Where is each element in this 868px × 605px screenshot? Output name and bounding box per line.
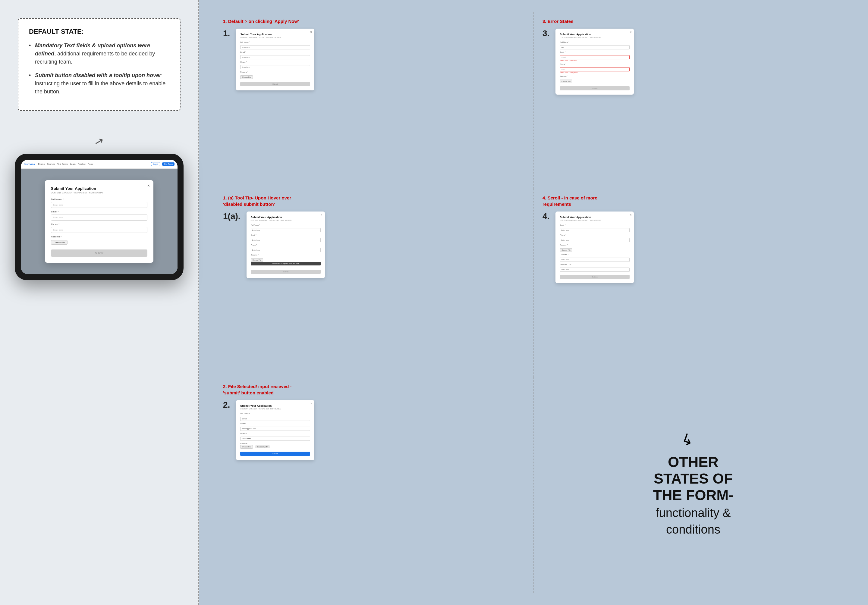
nav-learn: Learn [70, 163, 76, 165]
left-panel: DEFAULT STATE: Mandatory Text fields & u… [0, 0, 199, 605]
state-4-section: 4. Scroll - in case of more requirements… [533, 189, 853, 377]
s3-submit[interactable]: Submit [560, 86, 629, 90]
s3-email-error: Please enter a valid email [560, 60, 629, 62]
nav-practice: Practice [78, 163, 85, 165]
s1a-fullname[interactable] [251, 228, 321, 232]
s4-phone[interactable] [560, 238, 629, 242]
nav-right: Login Get Pass [151, 162, 175, 166]
s1-submit[interactable]: Submit [240, 82, 310, 86]
state-1-modal: × Submit Your Application CONTENT MANAGE… [236, 29, 315, 90]
s2-email[interactable] [240, 427, 310, 431]
email-input[interactable] [51, 215, 147, 221]
state-3-label: 3. Error States [542, 18, 627, 25]
annotation-bold-1: Mandatory Text fields & upload options w… [35, 42, 150, 57]
state-3-subtitle: CONTENT MANAGER · TET/JAC BET · NMH MUMB… [560, 36, 629, 38]
state-1-title: Submit Your Application [240, 33, 310, 36]
state-2-label: 2. File Selected/ input recieved - 'subm… [223, 383, 307, 396]
phone-label: Phone * [51, 223, 147, 226]
state-2-subtitle: CONTENT MANAGER · TET/JAC BET · NMH MUMB… [240, 408, 310, 410]
nav-test-series: Test Series [57, 163, 68, 165]
s1-phone[interactable] [240, 65, 310, 69]
modal-close-btn[interactable]: × [147, 183, 150, 188]
state-1-close[interactable]: × [310, 31, 312, 34]
s1-choose-file[interactable]: Choose File [240, 75, 253, 79]
nav-login-btn[interactable]: Login [151, 162, 160, 166]
state-3-section: 3. Error States 3. × Submit Your Applica… [533, 12, 853, 189]
annotation-box: DEFAULT STATE: Mandatory Text fields & u… [18, 18, 181, 111]
resume-label: Resume * [51, 235, 147, 238]
modal-overlay: × Submit Your Application CONTENT MANAGE… [21, 169, 178, 274]
nav-logo: testbook [24, 163, 35, 166]
state-3-close[interactable]: × [630, 31, 632, 34]
s2-submit[interactable]: Submit [240, 452, 310, 456]
state-4-number: 4. [542, 212, 549, 221]
state-4-close[interactable]: × [630, 213, 632, 217]
state-4-modal: × Submit Your Application CONTENT MANAGE… [555, 212, 634, 283]
choose-file-btn[interactable]: Choose File [51, 240, 68, 244]
right-panel: 1. Default > on clicking 'Apply Now' 1. … [199, 0, 868, 605]
email-label: Email * [51, 210, 147, 213]
submit-btn[interactable]: Submit [51, 249, 147, 257]
other-states-title: OTHERSTATES OFTHE FORM-functionality &co… [653, 454, 733, 537]
s1a-email[interactable] [251, 238, 321, 242]
tablet-content-area: × Submit Your Application CONTENT MANAGE… [21, 169, 178, 274]
s2-choose-file[interactable]: Choose File [240, 445, 253, 449]
state-1a-title: Submit Your Application [251, 216, 321, 219]
s4-choose-file[interactable]: Choose File [560, 248, 572, 252]
nav-exams: Exams [38, 163, 45, 165]
s4-submit[interactable]: Submit [560, 275, 629, 279]
annotation-bold-2: Submit button disabled with a tooltip up… [35, 72, 161, 78]
annotation-title: DEFAULT STATE: [29, 28, 169, 36]
tablet-nav: testbook Exams Courses Test Series Learn… [21, 160, 178, 169]
state-4-subtitle: CONTENT MANAGER · TET/JAC BET · NMH MUMB… [560, 219, 629, 221]
s3-choose-file[interactable]: Choose File [560, 79, 572, 83]
s1-email[interactable] [240, 55, 310, 59]
s3-phone-error: Please enter a valid phone [560, 72, 629, 74]
s1a-choose-file[interactable]: Choose File [251, 258, 263, 262]
arrow-decoration: ↗ [93, 134, 105, 149]
state-3-modal: × Submit Your Application CONTENT MANAGE… [555, 29, 634, 94]
state-1a-section: 1. (a) Tool Tip- Upon Hover over 'disabl… [214, 189, 533, 377]
phone-input[interactable] [51, 227, 147, 233]
annotation-item-2: Submit button disabled with a tooltip up… [29, 71, 169, 96]
tablet-screen: testbook Exams Courses Test Series Learn… [21, 160, 178, 274]
s4-expected-ctc[interactable] [560, 268, 629, 272]
fullname-input[interactable] [51, 202, 147, 208]
state-1-label: 1. Default > on clicking 'Apply Now' [223, 18, 307, 25]
s2-phone[interactable] [240, 436, 310, 441]
state-4-label: 4. Scroll - in case of more requirements [542, 195, 627, 207]
state-1a-subtitle: CONTENT MANAGER · TET/JAC BET · NMH MUMB… [251, 219, 321, 221]
state-1-number: 1. [223, 29, 230, 38]
annotation-item-1: Mandatory Text fields & upload options w… [29, 42, 169, 66]
nav-pass: Pass [88, 163, 93, 165]
state-4-title: Submit Your Application [560, 216, 629, 219]
main-modal: × Submit Your Application CONTENT MANAGE… [45, 180, 153, 263]
nav-apply-btn[interactable]: Get Pass [162, 162, 175, 166]
nav-courses: Courses [47, 163, 55, 165]
modal-title: Submit Your Application [51, 186, 147, 191]
state-1a-modal: × Submit Your Application CONTENT MANAGE… [246, 212, 325, 278]
s2-file-badge: document.pdf × [255, 445, 270, 448]
state-3-number: 3. [542, 29, 549, 38]
s3-phone[interactable] [560, 67, 629, 71]
s3-fullname[interactable] [560, 45, 629, 50]
state-1a-label: 1. (a) Tool Tip- Upon Hover over 'disabl… [223, 195, 307, 207]
state-3-title: Submit Your Application [560, 33, 629, 36]
s3-email[interactable] [560, 55, 629, 59]
state-2-title: Submit Your Application [240, 404, 310, 407]
state-2-modal: × Submit Your Application CONTENT MANAGE… [236, 400, 315, 460]
state-2-close[interactable]: × [310, 402, 312, 405]
s1-fullname[interactable] [240, 45, 310, 50]
s1a-submit[interactable]: Submit [251, 270, 321, 274]
state-1a-close[interactable]: × [321, 213, 322, 217]
s2-fullname[interactable] [240, 417, 310, 421]
tablet-mockup: testbook Exams Courses Test Series Learn… [15, 154, 184, 280]
s4-email[interactable] [560, 228, 629, 232]
s4-current-ctc[interactable] [560, 258, 629, 262]
state-2-number: 2. [223, 400, 230, 410]
s1a-phone[interactable] [251, 248, 321, 252]
annotation-list: Mandatory Text fields & upload options w… [29, 42, 169, 96]
state-1-subtitle: CONTENT MANAGER · TET/JAC BET · NMH MUMB… [240, 36, 310, 38]
tooltip-bar: Please fill in all required fields to su… [251, 262, 321, 265]
nav-links: Exams Courses Test Series Learn Practice… [38, 163, 151, 165]
